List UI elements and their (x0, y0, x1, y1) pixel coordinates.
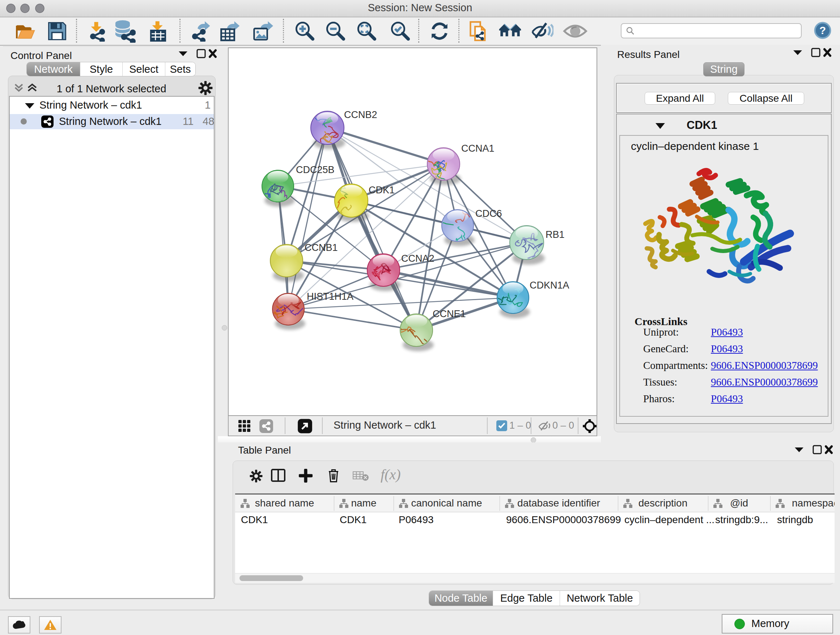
svg-text:CCNB1: CCNB1 (305, 242, 338, 253)
svg-text:?: ? (819, 24, 826, 36)
svg-text:RB1: RB1 (546, 229, 565, 240)
svg-text:CCNA1: CCNA1 (461, 143, 494, 154)
svg-text:CDC25B: CDC25B (296, 165, 335, 175)
svg-text:CDK1: CDK1 (369, 185, 395, 195)
svg-text:CDKN1A: CDKN1A (530, 280, 569, 291)
svg-text:CCNA2: CCNA2 (401, 253, 434, 264)
svg-text:CDC6: CDC6 (475, 208, 502, 219)
svg-text:CCNE1: CCNE1 (433, 309, 466, 319)
svg-text:HIST1H1A: HIST1H1A (307, 291, 354, 302)
svg-text:CCNB2: CCNB2 (344, 109, 377, 120)
